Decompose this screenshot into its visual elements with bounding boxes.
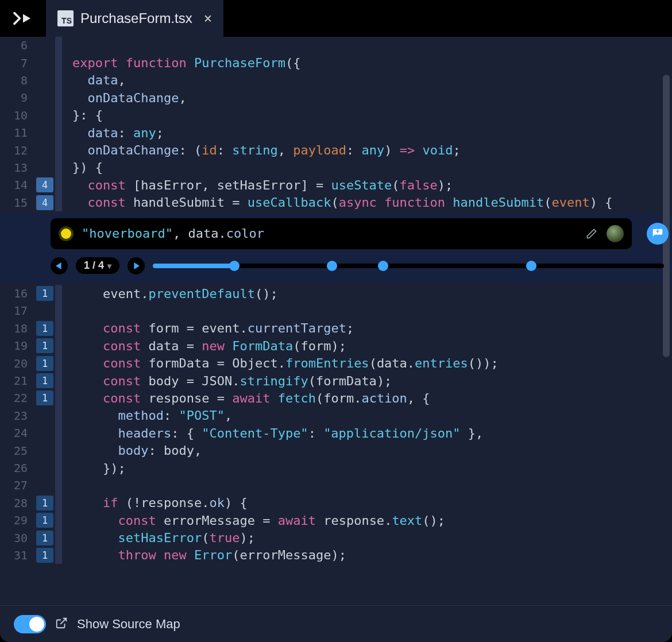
chevron-down-icon: ▾: [107, 261, 111, 270]
print-statement-bar[interactable]: "hoverboard", data.color: [51, 218, 632, 249]
code-line[interactable]: 7export function PurchaseForm({: [0, 54, 672, 71]
print-expression: "hoverboard", data.color: [82, 226, 577, 241]
code-line[interactable]: 23 method: "POST",: [0, 407, 672, 424]
gutter-strip: [55, 477, 62, 494]
code-line[interactable]: 24 headers: { "Content-Type": "applicati…: [0, 424, 672, 442]
line-number: 9: [0, 91, 34, 105]
timeline-marker[interactable]: [229, 261, 240, 271]
code-line[interactable]: 161 event.preventDefault();: [0, 285, 672, 302]
code-content: setHasError(true);: [62, 531, 255, 545]
code-line[interactable]: 17: [0, 302, 672, 319]
hit-count-column: 1: [34, 354, 55, 372]
line-number: 12: [0, 144, 34, 157]
hit-count-badge[interactable]: 1: [36, 548, 53, 563]
code-line[interactable]: 6: [0, 37, 672, 54]
code-content: headers: { "Content-Type": "application/…: [62, 426, 483, 440]
hit-count-column: [34, 72, 55, 89]
gutter-strip: [55, 302, 62, 319]
gutter-strip: [55, 372, 62, 389]
code-line[interactable]: 144 const [hasError, setHasError] = useS…: [0, 176, 672, 194]
hit-count-badge[interactable]: 1: [36, 496, 53, 510]
app-logo[interactable]: [0, 10, 46, 27]
timeline-marker[interactable]: [327, 261, 337, 271]
toggle-knob: [29, 617, 44, 632]
line-number: 21: [0, 374, 34, 388]
code-line[interactable]: 13}) {: [0, 159, 672, 176]
code-line[interactable]: 281 if (!response.ok) {: [0, 494, 672, 512]
code-content: onDataChange,: [62, 91, 187, 105]
gutter-strip: [55, 389, 62, 407]
hit-count-badge[interactable]: 1: [36, 373, 53, 388]
next-hit-button[interactable]: [128, 257, 145, 274]
edit-icon[interactable]: [585, 227, 598, 241]
hit-counter-label: 1 / 4: [84, 260, 104, 272]
line-number: 24: [0, 426, 34, 440]
hit-count-badge[interactable]: 1: [36, 390, 53, 405]
line-number: 15: [0, 196, 34, 210]
hit-count-column: 1: [34, 512, 55, 529]
hit-count-column: 1: [34, 337, 55, 354]
line-number: 22: [0, 391, 34, 405]
hit-count-column: [34, 89, 55, 106]
svg-line-4: [60, 618, 66, 624]
hit-count-column: 1: [34, 372, 55, 389]
hit-count-column: [34, 302, 55, 319]
hit-counter[interactable]: 1 / 4 ▾: [76, 257, 119, 274]
code-line[interactable]: 9 onDataChange,: [0, 89, 672, 106]
code-line[interactable]: 181 const form = event.currentTarget;: [0, 320, 672, 337]
hit-count-badge[interactable]: 1: [36, 321, 53, 336]
code-line[interactable]: 8 data,: [0, 72, 672, 89]
code-content: const formData = Object.fromEntries(data…: [62, 356, 499, 370]
line-number: 13: [0, 161, 34, 175]
code-line[interactable]: 10}: {: [0, 107, 672, 124]
timeline-marker[interactable]: [526, 261, 536, 271]
add-comment-button[interactable]: +: [647, 223, 669, 245]
code-line[interactable]: 154 const handleSubmit = useCallback(asy…: [0, 194, 672, 211]
gutter-strip: [55, 159, 62, 176]
line-number: 6: [0, 38, 34, 52]
gutter-strip: [55, 54, 62, 71]
gutter-strip: [55, 72, 62, 89]
code-line[interactable]: 26 });: [0, 459, 672, 477]
line-number: 23: [0, 409, 34, 423]
prev-hit-button[interactable]: [51, 257, 68, 274]
hit-count-badge[interactable]: 4: [36, 177, 53, 192]
code-line[interactable]: 27: [0, 477, 672, 494]
hit-count-badge[interactable]: 1: [36, 338, 53, 353]
timeline-marker[interactable]: [378, 261, 388, 271]
hit-count-badge[interactable]: 1: [36, 356, 53, 371]
code-line[interactable]: 301 setHasError(true);: [0, 529, 672, 546]
code-line[interactable]: 311 throw new Error(errorMessage);: [0, 547, 672, 564]
hit-count-badge[interactable]: 1: [36, 286, 53, 301]
hit-count-column: [34, 424, 55, 442]
code-content: data,: [62, 73, 126, 87]
hit-count-badge[interactable]: 1: [36, 513, 53, 528]
close-icon[interactable]: ×: [199, 10, 212, 26]
tab-purchaseform[interactable]: TS PurchaseForm.tsx ×: [46, 0, 223, 37]
code-line[interactable]: 221 const response = await fetch(form.ac…: [0, 389, 672, 407]
user-avatar[interactable]: [607, 225, 624, 242]
code-line[interactable]: 211 const body = JSON.stringify(formData…: [0, 372, 672, 389]
code-content: const [hasError, setHasError] = useState…: [62, 178, 453, 192]
gutter-strip: [55, 37, 62, 54]
code-editor[interactable]: 67export function PurchaseForm({8 data,9…: [0, 37, 672, 605]
line-number: 17: [0, 304, 34, 318]
code-line[interactable]: 201 const formData = Object.fromEntries(…: [0, 354, 672, 372]
code-line[interactable]: 25 body: body,: [0, 442, 672, 459]
gutter-strip: [55, 89, 62, 106]
code-content: const handleSubmit = useCallback(async f…: [62, 195, 613, 210]
scrollbar-thumb[interactable]: [663, 75, 670, 357]
hit-count-badge[interactable]: 4: [36, 195, 53, 210]
timeline-fill: [153, 264, 234, 268]
code-line[interactable]: 12 onDataChange: (id: string, payload: a…: [0, 141, 672, 158]
hit-count-badge[interactable]: 1: [36, 531, 53, 546]
code-line[interactable]: 291 const errorMessage = await response.…: [0, 512, 672, 529]
timeline-track[interactable]: [153, 264, 664, 268]
footer-bar: Show Source Map: [0, 605, 672, 642]
code-line[interactable]: 11 data: any;: [0, 124, 672, 141]
external-link-icon[interactable]: [55, 617, 68, 632]
code-line[interactable]: 191 const data = new FormData(form);: [0, 337, 672, 354]
source-map-toggle[interactable]: [14, 615, 46, 633]
gutter-strip: [55, 194, 62, 211]
code-content: throw new Error(errorMessage);: [62, 548, 346, 562]
